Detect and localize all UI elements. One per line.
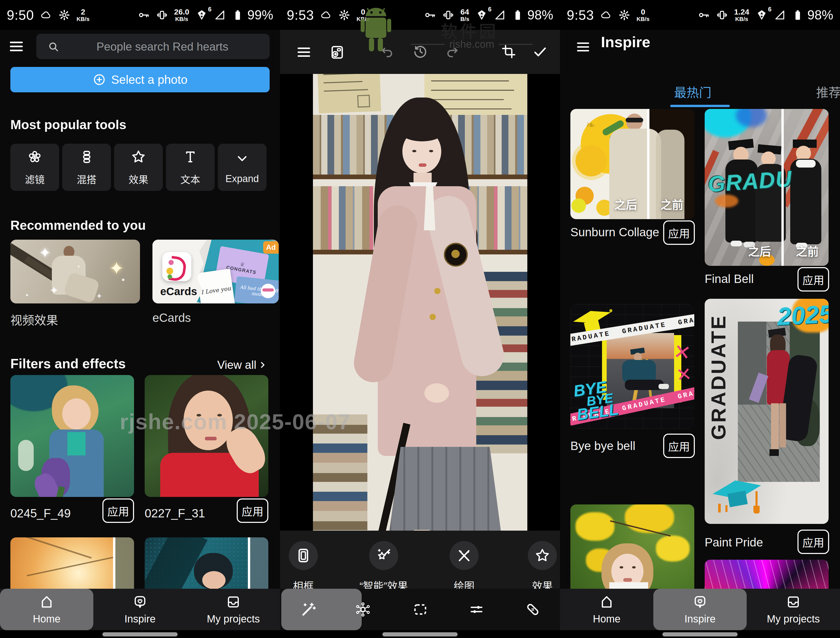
signal-triangle-icon xyxy=(774,9,786,21)
tool-expand[interactable]: Expand xyxy=(218,144,267,191)
editor-canvas-photo[interactable] xyxy=(313,64,527,530)
filters-section-title: Filters and effects xyxy=(10,356,126,371)
eye xyxy=(632,566,636,568)
retouch-bandage-icon[interactable] xyxy=(524,601,542,618)
filter-card-partial-teal[interactable] xyxy=(145,537,268,589)
tassel-cord xyxy=(755,491,758,507)
search-icon xyxy=(47,40,60,53)
tool-effects[interactable]: 效果 xyxy=(114,144,163,191)
filter-card-partial-autumn[interactable] xyxy=(10,537,134,589)
frame-tool-button[interactable] xyxy=(289,541,318,570)
nav-inspire[interactable]: Inspire xyxy=(93,589,187,630)
gesture-area xyxy=(560,630,840,638)
search-input[interactable] xyxy=(96,34,280,60)
love-card: I Love you xyxy=(196,269,235,304)
gesture-pill[interactable] xyxy=(382,632,458,636)
sparkle: ✦ xyxy=(49,284,59,297)
ai-mode-icon[interactable] xyxy=(354,601,371,618)
inspire-card-final-bell[interactable]: GRADU 之后 之前 xyxy=(705,109,829,266)
gold-button xyxy=(429,314,436,320)
nav-label: Inspire xyxy=(684,613,715,625)
date-watermark: rjshe.com 2025-06-07 xyxy=(120,409,351,434)
tab-recommended[interactable]: 推荐 xyxy=(816,82,840,101)
recommended-card-video-effects[interactable]: ✦ ✦ ✦ ✦ xyxy=(10,240,140,304)
menu-icon[interactable] xyxy=(576,40,591,54)
nav-inspire[interactable]: Inspire xyxy=(653,589,747,630)
inspire-card-paint-pride[interactable]: GRADUATE 2025 xyxy=(705,299,829,524)
export-save-icon[interactable] xyxy=(329,44,345,60)
download-speed-value: 64 xyxy=(461,8,469,16)
inspire-card-bye-bye-bell[interactable]: GRADUATE GRADUATE GRADUATE GRADUATE GRAD… xyxy=(570,304,694,429)
inspire-card-sunburn-collage[interactable]: ❧ 之后 之前 xyxy=(570,109,694,219)
settings-gear-icon xyxy=(618,9,630,21)
download-speed-value: 26.0 xyxy=(174,8,189,16)
download-speed: 26.0KB/s xyxy=(174,8,189,22)
filter-card-0245[interactable] xyxy=(10,375,134,497)
kid-gown xyxy=(790,159,821,244)
apply-label: 应用 xyxy=(107,503,129,519)
gesture-pill[interactable] xyxy=(662,632,737,636)
watermark-dash xyxy=(411,44,445,45)
adjust-sliders-icon[interactable] xyxy=(468,601,485,618)
menu-icon[interactable] xyxy=(296,44,312,60)
tool-text[interactable]: 文本 xyxy=(166,144,215,191)
apply-check-icon[interactable] xyxy=(532,44,548,60)
smart-effects-tool-button[interactable] xyxy=(369,541,398,570)
before-label: 之前 xyxy=(661,196,684,212)
inspire-card-partial-neon[interactable] xyxy=(705,560,829,589)
inspire-card-partial-flowers[interactable] xyxy=(570,505,694,589)
sparkle: ✦ xyxy=(96,291,103,301)
nav-label: Inspire xyxy=(125,613,156,625)
select-mode-icon[interactable] xyxy=(412,601,429,618)
battery-icon xyxy=(792,9,804,21)
gold-button xyxy=(434,288,441,294)
sneaker xyxy=(731,241,742,246)
tassel xyxy=(753,506,759,513)
girl-face xyxy=(62,398,91,429)
search-bar[interactable] xyxy=(36,34,270,59)
tool-label: 效果 xyxy=(129,172,148,186)
orange-splat xyxy=(715,195,738,207)
apply-button[interactable]: 应用 xyxy=(103,499,134,523)
effects-tool-button[interactable] xyxy=(528,541,557,570)
apply-button[interactable]: 应用 xyxy=(663,434,695,458)
apply-button[interactable]: 应用 xyxy=(663,220,695,245)
nav-my-projects[interactable]: My projects xyxy=(187,589,280,630)
sparkle-dot xyxy=(122,279,125,281)
view-all-link[interactable]: View all xyxy=(217,358,268,371)
tool-filters[interactable]: 滤镜 xyxy=(10,144,59,191)
filter-card-0227[interactable] xyxy=(145,375,268,497)
nav-label: My projects xyxy=(767,613,820,625)
apply-button[interactable]: 应用 xyxy=(797,267,829,291)
projects-inbox-icon xyxy=(226,594,241,610)
sparkle-dot xyxy=(26,294,28,296)
status-bar: 9:53 0KB/s 64B/s 6 98% xyxy=(280,0,560,30)
nav-label: My projects xyxy=(207,613,260,625)
select-photo-button[interactable]: Select a photo xyxy=(10,67,270,92)
tab-hottest[interactable]: 最热门 xyxy=(674,82,711,101)
inspire-card-title: Final Bell xyxy=(705,272,754,286)
recommended-card-ecards[interactable]: ♕ CONGRATS I Love you All bad things off… xyxy=(152,240,279,304)
nav-my-projects[interactable]: My projects xyxy=(747,589,840,630)
menu-icon[interactable] xyxy=(8,38,24,54)
after-label: 之后 xyxy=(748,242,771,259)
nav-home[interactable]: Home xyxy=(560,589,653,630)
woman-face xyxy=(202,571,226,589)
before-label: 之前 xyxy=(796,242,819,259)
editor-mode-bar xyxy=(280,589,560,630)
nav-home[interactable]: Home xyxy=(0,589,93,630)
mouth xyxy=(623,578,632,582)
apply-button[interactable]: 应用 xyxy=(237,499,268,523)
pink-x: ✕ xyxy=(672,339,693,366)
tool-label: Expand xyxy=(226,173,259,184)
apply-label: 应用 xyxy=(668,225,690,241)
select-photo-label: Select a photo xyxy=(111,73,188,87)
page-title: Inspire xyxy=(601,33,650,51)
before-after-divider xyxy=(113,537,115,589)
gesture-pill[interactable] xyxy=(103,632,178,636)
tool-mix[interactable]: 混搭 xyxy=(62,144,111,191)
apply-button[interactable]: 应用 xyxy=(797,530,829,554)
draw-tool-button[interactable] xyxy=(450,541,478,570)
battery-percent: 99% xyxy=(247,8,273,22)
wand-mode-icon[interactable] xyxy=(300,601,317,618)
